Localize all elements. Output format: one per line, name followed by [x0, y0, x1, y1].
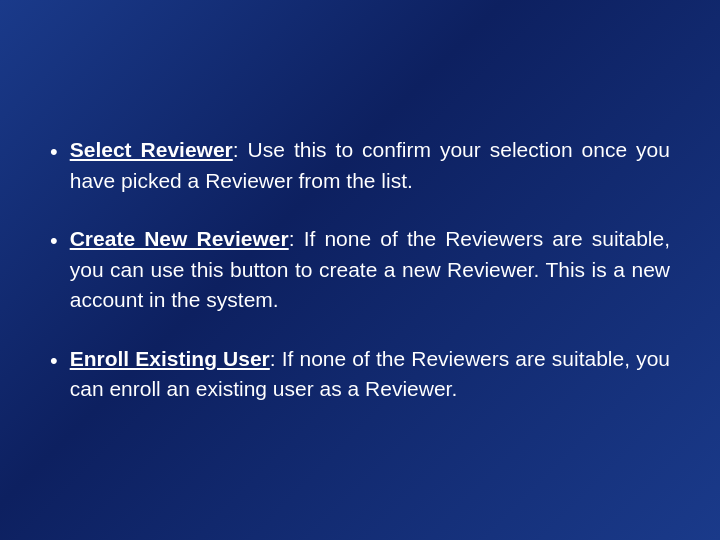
bullet-item-create-new-reviewer: • Create New Reviewer: If none of the Re… [50, 224, 670, 315]
bullet-text-create-new-reviewer: Create New Reviewer: If none of the Revi… [70, 224, 670, 315]
bullet-item-enroll-existing-user: • Enroll Existing User: If none of the R… [50, 344, 670, 405]
bullet-text-enroll-existing-user: Enroll Existing User: If none of the Rev… [70, 344, 670, 405]
bullet-dot-1: • [50, 137, 58, 168]
label-enroll-existing-user: Enroll Existing User [70, 347, 270, 370]
bullet-dot-3: • [50, 346, 58, 377]
content-area: • Select Reviewer: Use this to confirm y… [50, 135, 670, 404]
slide-container: • Select Reviewer: Use this to confirm y… [0, 0, 720, 540]
label-select-reviewer: Select Reviewer [70, 138, 233, 161]
bullet-item-select-reviewer: • Select Reviewer: Use this to confirm y… [50, 135, 670, 196]
bullet-dot-2: • [50, 226, 58, 257]
label-create-new-reviewer: Create New Reviewer [70, 227, 289, 250]
bullet-text-select-reviewer: Select Reviewer: Use this to confirm you… [70, 135, 670, 196]
